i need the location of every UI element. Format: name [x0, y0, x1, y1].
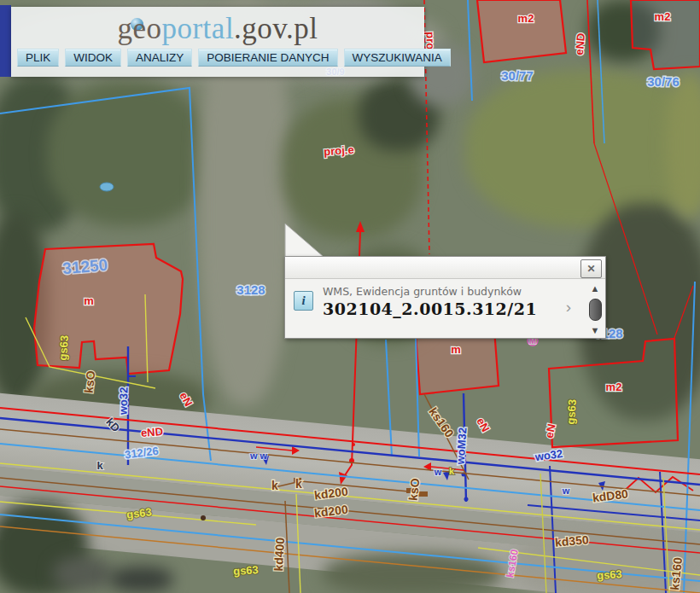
aerial-texture — [587, 0, 660, 61]
aerial-texture — [465, 70, 700, 228]
geoportal-logo: geoportal.gov.pl — [11, 12, 424, 46]
scroll-down-icon[interactable]: ▼ — [591, 326, 600, 335]
menu-item-wyszukiwania[interactable]: WYSZUKIWANIA — [344, 49, 451, 67]
menu-item-pobieranie-danych[interactable]: POBIERANIE DANYCH — [198, 49, 337, 67]
info-icon: i — [294, 291, 313, 311]
menu-item-analizy[interactable]: ANALIZY — [127, 49, 192, 67]
aerial-texture — [323, 553, 502, 593]
close-icon[interactable]: ✕ — [580, 259, 602, 278]
popup-pointer — [284, 224, 325, 258]
feature-info-popup: ✕ i WMS, Ewidencja gruntów i budynków 30… — [284, 224, 606, 338]
popup-scrollbar: ▲ ▼ — [587, 284, 603, 335]
header-panel: geoportal.gov.pl PLIK WIDOK ANALIZY POBI… — [11, 7, 424, 77]
aerial-texture — [0, 212, 49, 404]
scroll-thumb[interactable] — [589, 299, 602, 321]
next-result-chevron-icon[interactable]: › — [566, 298, 571, 317]
feature-id-text: 302104_2.0015.312/21 — [323, 299, 537, 318]
logo-geo: geo — [117, 12, 161, 45]
aerial-texture — [510, 527, 700, 593]
logo-suffix: .gov.pl — [234, 12, 318, 45]
layer-source-text: WMS, Ewidencja gruntów i budynków — [323, 285, 522, 298]
menu-item-widok[interactable]: WIDOK — [65, 49, 121, 67]
logo-portal: portal — [161, 12, 234, 45]
aerial-texture — [53, 556, 113, 590]
main-menu: PLIK WIDOK ANALIZY POBIERANIE DANYCH WYS… — [17, 49, 451, 67]
aerial-texture — [47, 81, 209, 226]
aerial-texture — [666, 73, 700, 218]
aerial-texture — [109, 567, 173, 592]
popup-box: ✕ i WMS, Ewidencja gruntów i budynków 30… — [284, 256, 606, 339]
popup-titlebar — [285, 257, 605, 279]
geoportal-app: 31250 3128 3128 30/77 30/76 312/26 30/9 … — [0, 0, 700, 593]
menu-item-plik[interactable]: PLIK — [17, 49, 59, 67]
side-toolbar-edge — [0, 5, 11, 77]
scroll-up-icon[interactable]: ▲ — [591, 284, 600, 294]
